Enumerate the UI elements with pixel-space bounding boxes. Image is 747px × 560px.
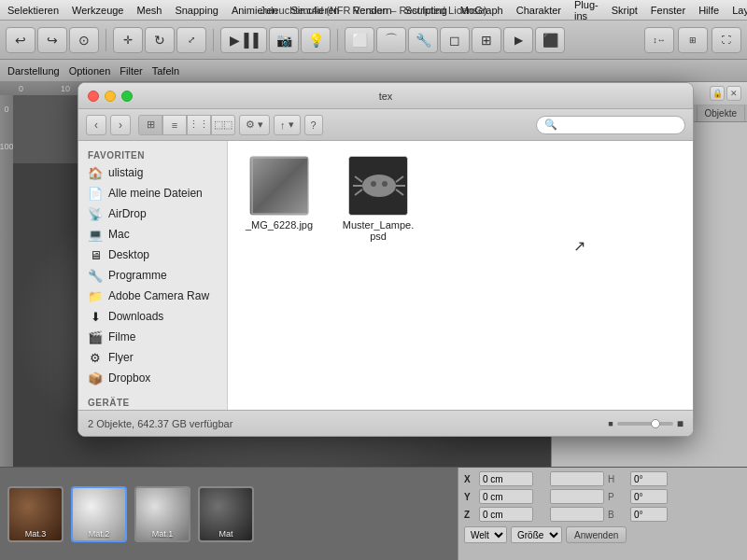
material-mat3[interactable]: Mat.3 — [7, 486, 63, 542]
play-btn[interactable]: ▶▐▐ — [220, 27, 267, 53]
gear-action-btn[interactable]: ⚙ ▾ — [239, 115, 270, 135]
list-view-btn[interactable]: ≡ — [162, 115, 187, 135]
share-btn[interactable]: ↑ ▾ — [274, 115, 301, 135]
undo-btn[interactable]: ↩ — [6, 27, 35, 53]
tb2-darstellung[interactable]: Darstellung — [7, 65, 60, 77]
coverflow-btn[interactable]: ⬚⬚ — [211, 115, 235, 135]
window-minimize-btn[interactable] — [105, 91, 116, 102]
toolbar-group-shapes: ⬜ ⌒ 🔧 ◻ ⊞ ▶ ⬛ — [345, 27, 565, 53]
forward-btn[interactable]: › — [110, 115, 131, 135]
sidebar-item-ulistaig[interactable]: 🏠 ulistaig — [78, 162, 227, 183]
sidebar-label-programme: Programme — [108, 269, 167, 282]
sidebar-item-programme[interactable]: 🔧 Programme — [78, 265, 227, 286]
jpg-preview — [250, 156, 308, 216]
y-input-2[interactable] — [550, 489, 604, 504]
menu-fenster[interactable]: Fenster — [651, 5, 685, 16]
sidebar-item-dropbox[interactable]: 📦 Dropbox — [78, 368, 227, 388]
fullscreen-btn[interactable]: ⛶ — [712, 27, 741, 53]
redo-btn[interactable]: ↪ — [37, 27, 67, 53]
sidebar-item-flyer[interactable]: ⚙ Flyer — [78, 347, 227, 368]
slider-thumb — [651, 419, 660, 428]
menu-skript[interactable]: Skript — [612, 5, 638, 16]
material-mat2[interactable]: Mat.2 — [71, 486, 127, 542]
material-mat1[interactable]: Mat.1 — [134, 486, 190, 542]
sidebar-item-mac[interactable]: 💻 Mac — [78, 224, 227, 245]
size-slider[interactable]: ■ ■ — [608, 417, 684, 430]
mat3-label: Mat.3 — [9, 529, 62, 539]
h-input[interactable] — [630, 471, 668, 486]
cube-btn[interactable]: ⬜ — [345, 27, 374, 53]
rotate-btn[interactable]: ↻ — [145, 27, 175, 53]
share-icon: ↑ — [280, 119, 286, 131]
sidebar-item-airdrop[interactable]: 📡 AirDrop — [78, 203, 227, 224]
coord-row-z: Z B — [464, 507, 741, 522]
x-input-2[interactable] — [550, 471, 604, 486]
file-item-psd[interactable]: Muster_Lampe.psd — [336, 150, 420, 247]
move-btn[interactable]: ✛ — [113, 27, 143, 53]
y-label: Y — [464, 492, 475, 502]
array-btn[interactable]: ⊞ — [472, 27, 501, 53]
p-label: P — [608, 492, 627, 502]
world-select[interactable]: Welt — [464, 526, 507, 543]
material-btn[interactable]: ⬛ — [535, 27, 565, 53]
x-input[interactable] — [479, 471, 533, 486]
sidebar-item-filme[interactable]: 🎬 Filme — [78, 327, 227, 347]
rp-lock-btn[interactable]: 🔒 — [710, 86, 725, 101]
back-btn[interactable]: ‹ — [86, 115, 106, 135]
viewport-mode[interactable]: ⊞ — [678, 27, 708, 53]
slider-track[interactable] — [617, 422, 673, 426]
geraete-label: GERÄTE — [78, 394, 227, 410]
menu-plugins[interactable]: Plug-ins — [574, 0, 599, 21]
psd-svg — [349, 156, 407, 216]
menu-mesh[interactable]: Mesh — [136, 5, 162, 16]
sidebar-item-downloads[interactable]: ⬇ Downloads — [78, 306, 227, 327]
light-btn[interactable]: 💡 — [301, 27, 331, 53]
tb2-filter[interactable]: Filter — [120, 65, 142, 77]
b-input[interactable] — [630, 507, 668, 522]
menu-hilfe[interactable]: Hilfe — [698, 5, 719, 16]
rp-tab-objekte[interactable]: Objekte — [698, 105, 745, 121]
airdrop-icon: 📡 — [88, 206, 103, 221]
sep1 — [106, 29, 106, 51]
move-icon[interactable]: ↕↔ — [644, 27, 674, 53]
search-box[interactable]: 🔍 — [536, 116, 685, 134]
x-label: X — [464, 474, 475, 484]
search-input[interactable] — [561, 119, 677, 131]
gear-icon: ⚙ — [246, 119, 255, 131]
window-close-btn[interactable] — [88, 91, 99, 102]
column-view-btn[interactable]: ⋮⋮ — [187, 115, 211, 135]
sidebar-item-adobe-camera-raw[interactable]: 📁 Adobe Camera Raw — [78, 286, 227, 306]
file-dialog: tex ‹ › ⊞ ≡ ⋮⋮ ⬚⬚ ⚙ ▾ ↑ ▾ ? � — [78, 82, 694, 437]
live-selection-btn[interactable]: ⊙ — [69, 27, 99, 53]
p-input[interactable] — [630, 489, 668, 504]
tb2-tafeln[interactable]: Tafeln — [152, 65, 179, 77]
nurbs-btn[interactable]: ◻ — [440, 27, 470, 53]
camera-btn[interactable]: 📷 — [269, 27, 299, 53]
menu-werkzeuge[interactable]: Werkzeuge — [72, 5, 123, 16]
sidebar-label-flyer: Flyer — [108, 351, 134, 364]
menu-charakter[interactable]: Charakter — [516, 5, 561, 16]
file-item-jpg[interactable]: _MG_6228.jpg — [237, 150, 321, 247]
sidebar-item-desktop[interactable]: 🖥 Desktop — [78, 245, 227, 265]
scale-btn[interactable]: ⤢ — [176, 27, 206, 53]
z-input-2[interactable] — [550, 507, 604, 522]
render-btn[interactable]: ▶ — [503, 27, 533, 53]
files-area[interactable]: _MG_6228.jpg — [228, 141, 693, 410]
mat1-label: Mat.1 — [136, 529, 189, 539]
material-mat[interactable]: Mat — [198, 486, 254, 542]
z-input[interactable] — [479, 507, 533, 522]
rp-close-btn[interactable]: ✕ — [726, 86, 741, 101]
help-btn[interactable]: ? — [304, 115, 323, 135]
spline-btn[interactable]: ⌒ — [376, 27, 406, 53]
tb2-optionen[interactable]: Optionen — [69, 65, 111, 77]
menu-snapping[interactable]: Snapping — [175, 5, 218, 16]
y-input[interactable] — [479, 489, 533, 504]
apply-button[interactable]: Anwenden — [566, 526, 627, 543]
deformer-btn[interactable]: 🔧 — [408, 27, 438, 53]
size-select[interactable]: Größe — [511, 526, 562, 543]
icon-view-btn[interactable]: ⊞ — [138, 115, 162, 135]
downloads-icon: ⬇ — [88, 309, 103, 324]
sidebar-item-alle-dateien[interactable]: 📄 Alle meine Dateien — [78, 183, 227, 203]
menu-selektieren[interactable]: Selektieren — [7, 5, 59, 16]
window-maximize-btn[interactable] — [121, 91, 133, 102]
